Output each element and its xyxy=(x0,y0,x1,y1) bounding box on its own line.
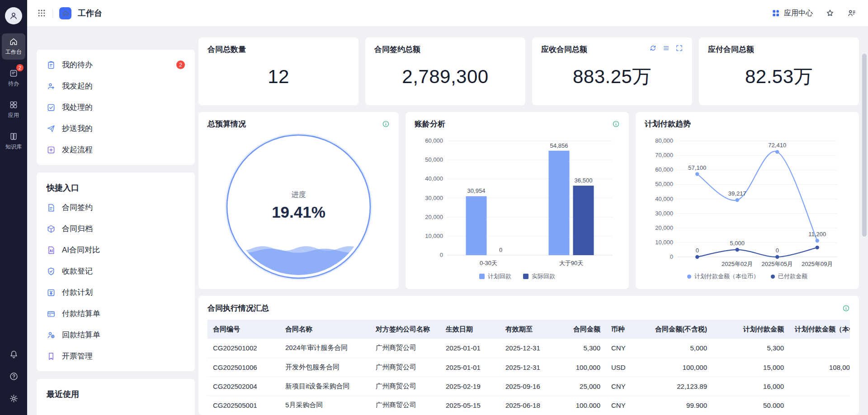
plane-icon xyxy=(47,124,56,133)
table-cell: 5,300 xyxy=(712,339,789,358)
legend-item[interactable]: 已付款金额 xyxy=(771,272,807,280)
column-header[interactable]: 合同金额(不含税) xyxy=(649,320,712,339)
payment-trend-chart-svg: 010,00020,00030,00040,00050,00060,00070,… xyxy=(645,129,850,270)
info-icon[interactable] xyxy=(382,120,390,128)
table-cell: 广州商贸公司 xyxy=(370,358,440,377)
column-header[interactable]: 合同金额 xyxy=(560,320,606,339)
rail-item-todo[interactable]: 待办2 xyxy=(2,65,25,91)
expand-icon[interactable] xyxy=(675,44,683,52)
app-grid-icon[interactable] xyxy=(37,9,46,18)
bell-icon[interactable] xyxy=(9,350,19,359)
contract-table: 合同编号合同名称对方签约公司名称生效日期有效期至合同金额币种合同金额(不含税)计… xyxy=(208,320,850,408)
nav-item-initiated-by-me[interactable]: 我发起的 xyxy=(42,75,189,97)
svg-text:0: 0 xyxy=(696,247,699,254)
doc-pen-icon xyxy=(47,203,56,212)
table-row[interactable]: CG202502004新项目it设备采购合同广州商贸公司2025-02-1920… xyxy=(208,377,850,396)
table-cell: 100,000 xyxy=(560,358,606,377)
rail-item-knowledge[interactable]: 知识库 xyxy=(2,128,25,154)
table-row[interactable]: CG202501006开发外包服务合同广州商贸公司2025-01-012025-… xyxy=(208,358,850,377)
quick-item-ai-contract-compare[interactable]: AI合同对比 xyxy=(42,239,189,261)
card-head: 合同执行情况汇总 xyxy=(208,303,850,313)
topbar-divider xyxy=(52,9,53,18)
quick-entry-list: 合同签约合同归档AI合同对比收款登记付款计划付款结算单回款结算单开票管理 xyxy=(42,197,189,367)
rail-nav: 工作台待办2应用知识库 xyxy=(2,33,25,160)
refresh-icon[interactable] xyxy=(649,44,657,52)
quick-item-receipt-settlement[interactable]: 回款结算单 xyxy=(42,324,189,345)
svg-text:2025年05月: 2025年05月 xyxy=(762,261,793,267)
svg-text:0: 0 xyxy=(440,252,443,258)
nav-item-cc-to-me[interactable]: 抄送我的 xyxy=(42,118,189,139)
person-coin-icon xyxy=(47,331,56,340)
column-header[interactable]: 对方签约公司名称 xyxy=(370,320,440,339)
aging-bar-chart-svg: 010,00020,00030,00040,00050,00060,0000-3… xyxy=(415,129,620,270)
card-head: 总预算情况 xyxy=(208,119,390,129)
info-icon[interactable] xyxy=(842,304,850,312)
legend-item[interactable]: 实际回款 xyxy=(523,272,555,280)
table-row[interactable]: CG2025050015月采购合同广州商贸公司2025-05-152025-06… xyxy=(208,396,850,408)
column-header[interactable]: 合同名称 xyxy=(280,320,370,339)
column-header[interactable]: 有效期至 xyxy=(500,320,560,339)
topbar-left: 工作台 xyxy=(37,7,102,19)
quick-item-payment-settlement[interactable]: 付款结算单 xyxy=(42,303,189,324)
column-header[interactable]: 币种 xyxy=(606,320,649,339)
stat-title: 应收合同总额 xyxy=(541,44,587,55)
legend-marker xyxy=(479,274,485,279)
contacts-icon[interactable] xyxy=(847,9,856,18)
pay-card-icon xyxy=(47,309,56,318)
column-header[interactable]: 计划付款金额 xyxy=(712,320,789,339)
table-cell: 16,000 xyxy=(712,377,789,396)
stats-row: 合同总数量12合同签约总额2,789,300应收合同总额883.25万应付合同总… xyxy=(198,37,859,105)
legend-item[interactable]: 计划付款金额（本位币） xyxy=(687,272,759,280)
table-cell: 2025-12-31 xyxy=(500,358,560,377)
legend-item[interactable]: 计划回款 xyxy=(479,272,511,280)
table-cell: 2025-09-16 xyxy=(500,377,560,396)
table-cell: 22,123.89 xyxy=(649,377,712,396)
table-row[interactable]: CG2025010022024年审计服务合同广州商贸公司2025-01-0120… xyxy=(208,339,850,358)
charts-row: 总预算情况 进度19.41% 账龄分析 010,00020,00030,0004… xyxy=(198,112,859,289)
quick-item-receipt-register[interactable]: 收款登记 xyxy=(42,261,189,282)
nav-item-start-process[interactable]: 发起流程 xyxy=(42,139,189,160)
table-cell: USD xyxy=(606,358,649,377)
app-center-button[interactable]: 应用中心 xyxy=(771,9,813,18)
favorite-star-icon[interactable] xyxy=(826,9,835,18)
table-title: 合同执行情况汇总 xyxy=(208,303,269,313)
svg-text:大于90天: 大于90天 xyxy=(559,260,583,266)
rail-item-apps[interactable]: 应用 xyxy=(2,97,25,123)
nav-item-my-todo[interactable]: 我的待办2 xyxy=(42,54,189,75)
left-rail: 工作台待办2应用知识库 xyxy=(0,0,27,415)
budget-gauge-card: 总预算情况 进度19.41% xyxy=(198,112,399,289)
scrollbar-thumb[interactable] xyxy=(862,54,867,237)
stat-head: 合同总数量 xyxy=(208,44,349,55)
quick-item-contract-sign[interactable]: 合同签约 xyxy=(42,197,189,218)
column-header[interactable]: 计划付款金额（本位币） xyxy=(789,320,850,339)
table-cell: CNY xyxy=(606,396,649,408)
table-cell: 5月采购合同 xyxy=(280,396,370,408)
stat-value: 82.53万 xyxy=(708,55,850,98)
nav-item-label: 付款结算单 xyxy=(62,308,100,319)
rail-item-label: 应用 xyxy=(8,112,19,119)
svg-text:36,500: 36,500 xyxy=(575,177,593,184)
svg-text:10,000: 10,000 xyxy=(425,233,443,239)
svg-text:0: 0 xyxy=(670,253,673,260)
table-cell: 100,000 xyxy=(560,396,606,408)
question-icon[interactable] xyxy=(9,372,19,381)
gear-icon[interactable] xyxy=(9,394,19,403)
info-icon[interactable] xyxy=(612,120,620,128)
quick-item-payment-plan[interactable]: 付款计划 xyxy=(42,282,189,303)
column-header[interactable]: 生效日期 xyxy=(440,320,500,339)
column-header[interactable]: 合同编号 xyxy=(208,320,280,339)
person-arrow-icon xyxy=(47,82,56,91)
quick-item-invoice-management[interactable]: 开票管理 xyxy=(42,345,189,367)
nav-item-label: 发起流程 xyxy=(62,145,93,155)
avatar[interactable] xyxy=(5,7,22,24)
nav-item-label: 开票管理 xyxy=(62,351,93,361)
stat-tools xyxy=(649,44,683,52)
svg-text:19.41%: 19.41% xyxy=(272,203,326,221)
nav-item-processed-by-me[interactable]: 我处理的 xyxy=(42,97,189,118)
table-cell: 2025-01-01 xyxy=(440,358,500,377)
rail-item-workbench[interactable]: 工作台 xyxy=(2,33,25,60)
card-title: 账龄分析 xyxy=(415,119,445,129)
aging-bar-chart: 010,00020,00030,00040,00050,00060,0000-3… xyxy=(415,129,620,270)
list-icon[interactable] xyxy=(662,44,670,52)
quick-item-contract-archive[interactable]: 合同归档 xyxy=(42,218,189,239)
